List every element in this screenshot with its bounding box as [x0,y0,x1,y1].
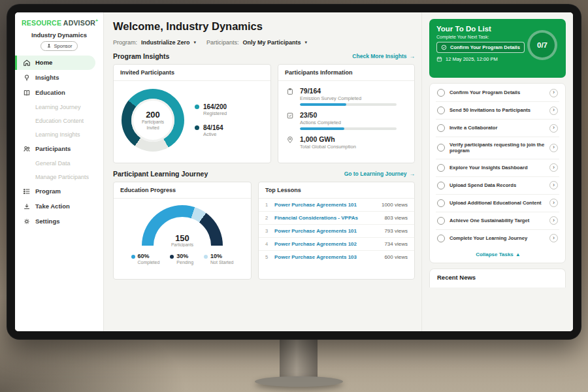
task-item[interactable]: Explore Your Insights Dashboard › [436,159,559,177]
lesson-link[interactable]: Power Purchase Agreements 101 [274,228,380,234]
check-more-insights-link[interactable]: Check More Insights → [352,53,415,59]
education-gauge-chart: 150 Participants [142,205,223,247]
chevron-right-icon[interactable]: › [549,163,558,172]
task-label: Verify participants requesting to join t… [449,142,545,155]
participants-filter-value[interactable]: Only My Participants [243,39,301,46]
sidebar-item-label: Take Action [35,203,70,210]
lesson-views: 600 views [384,254,408,260]
sidebar-item-label: Participants [35,145,71,152]
program-filter-label: Program: [113,39,137,46]
donut-center-label: Participants Invited [138,120,168,130]
task-label: Confirm Your Program Details [449,90,545,96]
task-item[interactable]: Upload Additional Educational Content › [436,195,559,212]
sidebar-item-label: General Data [35,160,71,167]
top-lessons-card: Top Lessons 1 Power Purchase Agreements … [258,182,415,280]
sidebar-item-participants[interactable]: Participants [15,142,103,156]
task-checkbox[interactable] [437,106,445,114]
chevron-right-icon[interactable]: › [549,89,558,97]
sidebar-item-label: Education Content [35,118,84,124]
todo-progress-value: 0/7 [537,41,547,49]
task-checkbox[interactable] [437,89,445,97]
sidebar: RESOURCE ADVISOR+ Industry Dynamics Spon… [15,12,104,331]
chevron-right-icon[interactable]: › [549,124,558,133]
chevron-right-icon[interactable]: › [549,106,558,115]
calendar-icon [436,56,442,62]
stat-row: 79/164 Emission Survey Completed [286,87,406,106]
program-filter-value[interactable]: Industrialize Zero [141,39,190,46]
sidebar-item-program[interactable]: Program [15,184,103,199]
next-task-pill[interactable]: Confirm Your Program Details [436,42,525,53]
lesson-link[interactable]: Power Purchase Agreements 101 [274,202,377,208]
sidebar-item-take-action[interactable]: Take Action [15,199,103,214]
sidebar-item-settings[interactable]: Settings [15,214,103,229]
chevron-right-icon[interactable]: › [549,144,558,152]
task-checkbox[interactable] [437,144,445,152]
task-list-card: Confirm Your Program Details › Send 50 I… [429,83,566,263]
sidebar-item-label: Education [35,89,65,96]
task-item[interactable]: Achieve One Sustainability Target › [436,212,559,230]
sponsor-badge[interactable]: Sponsor [41,41,78,51]
sponsor-badge-label: Sponsor [54,43,73,49]
legend-item: 164/200 Registered [195,103,227,116]
collapse-tasks-label: Collapse Tasks [476,252,514,257]
main-content: Welcome, Industry Dynamics Program: Indu… [104,12,421,331]
sidebar-item-label: Home [35,59,52,66]
task-checkbox[interactable] [437,217,445,225]
chevron-right-icon[interactable]: › [549,234,558,242]
check-circle-icon [441,44,447,50]
task-label: Explore Your Insights Dashboard [449,165,545,171]
lesson-link[interactable]: Financial Considerations - VPPAs [274,215,380,221]
task-item[interactable]: Upload Spend Data Records › [436,177,559,195]
sidebar-item-manage-participants[interactable]: Manage Participants [15,171,103,184]
chevron-up-icon: ▴ [517,252,519,257]
chevron-down-icon[interactable]: ▾ [305,40,308,45]
task-label: Send 50 Invitations to Participants [449,107,545,114]
stat-value: 1,000 GWh [300,135,356,143]
go-to-learning-journey-link[interactable]: Go to Learning Journey → [344,171,415,177]
card-title: Education Progress [114,182,251,199]
sidebar-item-home[interactable]: Home [15,56,95,70]
task-checkbox[interactable] [437,164,445,172]
task-item[interactable]: Send 50 Invitations to Participants › [436,102,559,120]
legend-label: Completed [138,260,160,265]
program-insights-header: Program Insights Check More Insights → [113,52,415,60]
sidebar-item-insights[interactable]: Insights [15,71,103,85]
legend-label: Pending [176,260,193,265]
todo-panel: Your To Do List Complete Your Next Task:… [421,12,573,331]
task-item[interactable]: Confirm Your Program Details › [436,84,559,102]
participants-filter-label: Participants: [206,39,239,46]
donut-center-value: 200 [146,110,160,120]
card-title: Participants Information [278,65,414,81]
download-icon [23,203,31,210]
lesson-views: 803 views [384,215,408,221]
task-checkbox[interactable] [437,124,445,132]
arrow-right-icon: → [410,53,416,59]
chevron-right-icon[interactable]: › [549,216,558,225]
lesson-link[interactable]: Power Purchase Agreements 103 [274,254,380,260]
task-label: Invite a Collaborator [449,125,545,131]
legend-value: 30% [176,253,188,260]
chevron-right-icon[interactable]: › [549,199,558,207]
task-checkbox[interactable] [437,182,445,189]
sidebar-item-learning-insights[interactable]: Learning Insights [15,128,103,141]
sidebar-item-general-data[interactable]: General Data [15,157,103,170]
task-item[interactable]: Invite a Collaborator › [436,120,559,137]
sidebar-item-education-content[interactable]: Education Content [15,114,103,127]
task-checkbox[interactable] [437,235,445,242]
sidebar-item-education[interactable]: Education [15,86,103,100]
lesson-rank: 4 [265,241,270,247]
sidebar-item-label: Insights [35,74,59,81]
chevron-down-icon[interactable]: ▾ [194,40,197,45]
desk-background: RESOURCE ADVISOR+ Industry Dynamics Spon… [0,0,588,392]
invited-participants-card: Invited Participants 200 Participants In… [113,64,271,163]
lesson-link[interactable]: Power Purchase Agreements 102 [274,241,380,247]
collapse-tasks-link[interactable]: Collapse Tasks ▴ [436,247,559,263]
task-checkbox[interactable] [437,199,445,207]
task-item[interactable]: Complete Your Learning Journey › [436,230,559,247]
sidebar-item-learning-journey[interactable]: Learning Journey [15,101,103,114]
check-square-icon [286,112,295,130]
task-item[interactable]: Verify participants requesting to join t… [436,137,559,159]
todo-summary-card: Your To Do List Complete Your Next Task:… [429,19,566,78]
clipboard-icon [286,88,295,106]
chevron-right-icon[interactable]: › [549,181,558,189]
